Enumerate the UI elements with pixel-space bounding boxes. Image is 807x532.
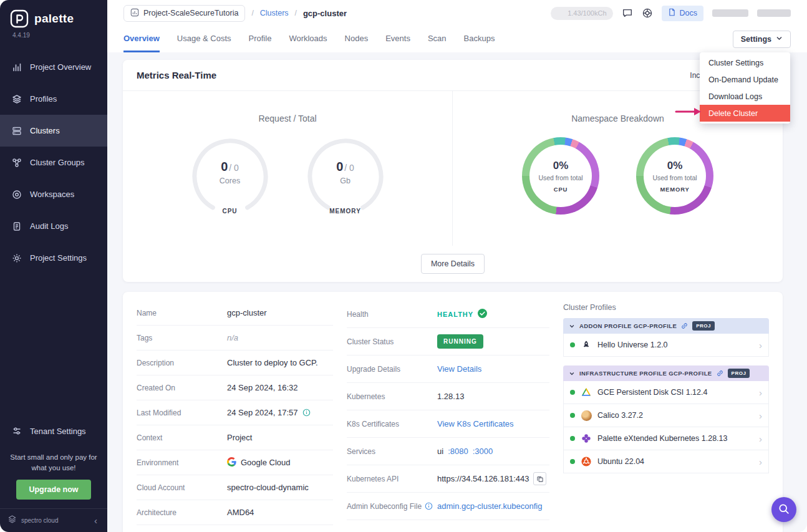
service-port-8080-link[interactable]: :8080 [448,447,468,456]
gauge-value: 0 [221,160,228,173]
chevron-down-icon [569,370,575,377]
detail-row-architecture: Architecture AMD64 [137,500,333,525]
profile-item-palette-extended-kubernetes[interactable]: Palette eXtended Kubernetes 1.28.13 › [563,427,769,450]
profile-pack-name: Palette eXtended Kubernetes 1.28.13 [597,434,728,443]
help-fab-button[interactable] [771,497,796,522]
profile-pack-name: Ubuntu 22.04 [597,457,644,466]
sidebar-item-workspaces[interactable]: Workspaces [0,178,107,210]
detail-row-tags: Tags n/a [137,326,333,351]
sidebar-item-label: Audit Logs [30,221,68,231]
usage-credits-pill: 1.43/100kCh [551,7,613,20]
link-icon[interactable] [681,322,688,329]
top-bar: Project-ScaleSecureTutoria / Clusters / … [107,0,807,26]
profile-group-name: INFRASTRUCTURE PROFILE GCP-PROFILE [579,370,712,377]
detail-row-health: Health HEALTHY [347,301,549,328]
sidebar-item-label: Project Overview [30,62,91,72]
donut-percent: 0% [553,160,569,172]
view-k8s-certificates-link[interactable]: View K8s Certificates [437,419,514,428]
cluster-profiles-panel: Cluster Profiles ADDON PROFILE GCP-PROFI… [563,301,769,532]
menu-item-cluster-settings[interactable]: Cluster Settings [700,54,790,71]
upgrade-now-button[interactable]: Upgrade now [16,480,90,500]
profile-item-gce-csi[interactable]: GCE Persistent Disk CSI 1.12.4 › [563,381,769,404]
magnifier-icon [778,503,790,517]
help-lifebuoy-icon[interactable] [642,7,653,19]
sidebar-item-clusters[interactable]: Clusters [0,115,107,147]
sidebar-item-label: Project Settings [30,253,87,263]
sidebar-item-cluster-groups[interactable]: Cluster Groups [0,147,107,178]
namespace-breakdown-title: Namespace Breakdown [571,114,664,123]
sidebar-spacer [0,274,107,415]
settings-button-label: Settings [741,35,771,44]
scope-badge: PROJ [728,369,750,378]
kubeconfig-download-link[interactable]: admin.gcp-cluster.kubeconfig [437,501,542,511]
version-label: 4.4.19 [0,29,107,39]
status-dot-icon [570,436,575,441]
gauge-label: MEMORY [306,208,385,215]
project-name: Project-ScaleSecureTutoria [143,9,238,17]
scope-badge: PROJ [692,321,715,331]
api-endpoint: https://34.54.126.181:443 [437,474,529,483]
profile-item-ubuntu[interactable]: Ubuntu 22.04 › [563,450,769,473]
menu-item-download-logs[interactable]: Download Logs [700,88,790,105]
more-details-button[interactable]: More Details [421,254,485,274]
detail-row-k8s-certificates: K8s Certificates View K8s Certificates [347,410,549,438]
details-left-column: Name gcp-cluster Tags n/a Description Cl… [137,301,333,532]
info-icon[interactable] [302,409,311,417]
palette-logo-icon [10,9,29,28]
sidebar-item-profiles[interactable]: Profiles [0,83,107,115]
addon-profile-header[interactable]: ADDON PROFILE GCP-PROFILE PROJ [563,318,769,334]
view-details-link[interactable]: View Details [437,364,481,374]
metrics-card: Metrics Real-Time Incl Request / Total 0… [123,60,783,282]
service-port-3000-link[interactable]: :3000 [473,447,493,456]
tab-backups[interactable]: Backups [464,34,495,52]
tab-scan[interactable]: Scan [428,34,447,52]
settings-button[interactable]: Settings [733,31,791,48]
detail-row-context: Context Project [137,425,333,450]
metrics-body: Request / Total 0/ 0 Cores CPU [123,91,783,246]
status-dot-icon [570,342,575,347]
menu-item-on-demand-update[interactable]: On-Demand Update [700,71,790,88]
memory-request-gauge: 0/ 0 Gb MEMORY [306,137,385,216]
app-window: palette 4.4.19 Project Overview Profiles… [0,0,807,532]
detail-row-kubeconfig: Admin Kubeconfig File admin.gcp-cluster.… [347,493,549,520]
project-selector-chip[interactable]: Project-ScaleSecureTutoria [123,5,245,22]
server-list-icon [12,126,22,136]
request-total-title: Request / Total [258,114,316,123]
status-dot-icon [570,459,575,464]
tab-events[interactable]: Events [385,34,410,52]
profile-item-hello-universe[interactable]: Hello Universe 1.2.0 › [563,334,769,357]
tab-overview[interactable]: Overview [123,34,160,52]
memory-namespace-donut: 0% Used from total MEMORY [636,137,713,215]
chat-icon[interactable] [622,7,633,19]
top-bar-actions: 1.43/100kCh Docs [551,6,791,21]
info-icon[interactable] [425,502,433,510]
infrastructure-profile-header[interactable]: INFRASTRUCTURE PROFILE GCP-PROFILE PROJ [563,365,769,381]
health-status-text: HEALTHY [437,311,473,318]
gauge-label: CPU [191,208,269,215]
tab-profile[interactable]: Profile [249,34,272,52]
detail-row-kubernetes-api: Kubernetes API https://34.54.126.181:443 [347,465,549,493]
docs-button[interactable]: Docs [662,6,703,21]
breadcrumb-clusters-link[interactable]: Clusters [260,9,289,17]
tab-nodes[interactable]: Nodes [345,34,369,52]
sidebar-collapse-icon[interactable]: ‹ [92,515,100,526]
cluster-details-card: Name gcp-cluster Tags n/a Description Cl… [123,292,783,532]
chevron-right-icon: › [759,387,762,398]
tab-workloads[interactable]: Workloads [289,34,327,52]
gauge-value: 0 [336,160,343,173]
breadcrumb-separator: / [251,9,253,17]
tab-usage-costs[interactable]: Usage & Costs [177,34,231,52]
sidebar-item-audit-logs[interactable]: Audit Logs [0,210,107,242]
menu-item-delete-cluster[interactable]: Delete Cluster [700,105,790,122]
gauge-unit: Cores [220,177,240,185]
sidebar-item-label: Clusters [30,126,60,135]
sidebar-item-tenant-settings[interactable]: Tenant Settings [0,415,107,447]
sidebar-item-project-settings[interactable]: Project Settings [0,242,107,274]
request-total-section: Request / Total 0/ 0 Cores CPU [123,91,453,246]
sidebar-item-project-overview[interactable]: Project Overview [0,51,107,83]
healthy-check-icon [478,309,487,320]
profile-group-name: ADDON PROFILE GCP-PROFILE [579,322,677,329]
copy-icon[interactable] [533,472,546,485]
profile-item-calico[interactable]: Calico 3.27.2 › [563,404,769,427]
link-icon[interactable] [717,370,723,377]
